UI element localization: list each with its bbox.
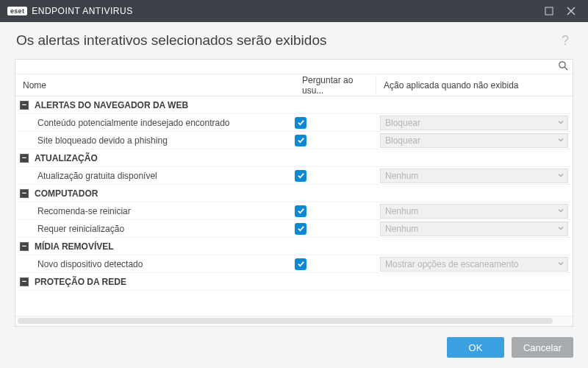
col-header-action[interactable]: Ação aplicada quando não exibida	[376, 76, 565, 95]
action-value: Bloquear	[385, 135, 420, 146]
item-label: Site bloqueado devido a phishing	[37, 135, 168, 146]
chevron-down-icon	[557, 171, 564, 181]
chevron-down-icon	[557, 206, 564, 216]
minimize-button[interactable]	[538, 0, 560, 22]
ask-checkbox[interactable]	[295, 117, 306, 129]
item-label: Recomenda-se reiniciar	[37, 206, 131, 216]
ask-checkbox[interactable]	[295, 258, 306, 270]
group-label: ATUALIZAÇÃO	[35, 153, 98, 163]
svg-point-1	[559, 62, 565, 68]
brand-badge: eset	[7, 7, 27, 15]
action-value: Mostrar opções de escaneamento	[385, 259, 518, 269]
action-select[interactable]: Nenhum	[380, 169, 568, 183]
action-select[interactable]: Nenhum	[380, 222, 568, 236]
close-icon	[567, 7, 576, 15]
table-row: Recomenda-se reiniciarNenhum	[15, 202, 573, 220]
action-value: Nenhum	[385, 206, 418, 216]
search-strip	[15, 60, 573, 74]
col-header-ask[interactable]: Perguntar ao usu...	[295, 71, 376, 100]
action-select[interactable]: Mostrar opções de escaneamento	[380, 257, 568, 272]
collapse-toggle[interactable]: −	[20, 154, 29, 163]
chevron-down-icon	[557, 135, 564, 146]
action-value: Nenhum	[385, 224, 418, 234]
svg-rect-0	[545, 7, 553, 15]
group-row: −ATUALIZAÇÃO	[15, 149, 573, 167]
chevron-down-icon	[557, 118, 564, 128]
titlebar: eset ENDPOINT ANTIVIRUS	[0, 0, 588, 22]
table-row: Requer reinicializaçãoNenhum	[15, 220, 573, 238]
col-header-name[interactable]: Nome	[15, 76, 295, 95]
chevron-down-icon	[557, 224, 564, 234]
group-row: −PROTEÇÃO DA REDE	[15, 273, 573, 291]
table-row: Site bloqueado devido a phishingBloquear	[15, 132, 573, 149]
alerts-table: Nome Perguntar ao usu... Ação aplicada q…	[15, 59, 573, 327]
search-icon	[558, 60, 568, 71]
cancel-button[interactable]: Cancelar	[512, 337, 573, 358]
collapse-toggle[interactable]: −	[20, 189, 29, 198]
group-label: MÍDIA REMOVÍVEL	[35, 241, 114, 252]
page-header: Os alertas interativos selecionados serã…	[0, 22, 588, 56]
dialog-footer: OK Cancelar	[0, 327, 588, 368]
horizontal-scrollbar[interactable]	[15, 316, 573, 326]
item-label: Novo dispositivo detectado	[37, 259, 143, 269]
table-row: Conteúdo potencialmente indesejado encon…	[15, 114, 573, 132]
group-row: −MÍDIA REMOVÍVEL	[15, 238, 573, 255]
group-label: PROTEÇÃO DA REDE	[35, 277, 126, 287]
table-row: Atualização gratuita disponívelNenhum	[15, 167, 573, 185]
collapse-toggle[interactable]: −	[20, 242, 29, 251]
ask-checkbox[interactable]	[295, 223, 306, 235]
help-button[interactable]: ?	[559, 33, 572, 49]
close-button[interactable]	[560, 0, 582, 22]
collapse-toggle[interactable]: −	[20, 277, 29, 286]
ok-button[interactable]: OK	[447, 337, 504, 358]
table-row: Novo dispositivo detectadoMostrar opções…	[15, 255, 573, 273]
minimize-icon	[545, 7, 553, 15]
action-value: Bloquear	[385, 118, 420, 128]
action-select[interactable]: Nenhum	[380, 204, 568, 219]
product-name: ENDPOINT ANTIVIRUS	[32, 6, 132, 16]
chevron-down-icon	[557, 259, 564, 269]
action-value: Nenhum	[385, 171, 418, 181]
item-label: Conteúdo potencialmente indesejado encon…	[37, 118, 230, 128]
search-button[interactable]	[556, 59, 570, 74]
horizontal-scrollbar-thumb[interactable]	[18, 318, 553, 324]
item-label: Atualização gratuita disponível	[37, 171, 157, 181]
group-label: COMPUTADOR	[35, 188, 98, 199]
action-select[interactable]: Bloquear	[380, 116, 568, 130]
ask-checkbox[interactable]	[295, 205, 306, 217]
ask-checkbox[interactable]	[295, 135, 306, 146]
table-header: Nome Perguntar ao usu... Ação aplicada q…	[15, 74, 573, 96]
collapse-toggle[interactable]: −	[20, 101, 29, 110]
action-select[interactable]: Bloquear	[380, 133, 568, 148]
table-body[interactable]: −ALERTAS DO NAVEGADOR DA WEBConteúdo pot…	[15, 96, 573, 316]
group-row: −COMPUTADOR	[15, 185, 573, 202]
item-label: Requer reinicialização	[37, 224, 124, 234]
group-row: −ALERTAS DO NAVEGADOR DA WEB	[15, 96, 573, 114]
ask-checkbox[interactable]	[295, 170, 306, 182]
group-label: ALERTAS DO NAVEGADOR DA WEB	[35, 100, 188, 110]
page-title: Os alertas interativos selecionados serã…	[16, 32, 559, 49]
